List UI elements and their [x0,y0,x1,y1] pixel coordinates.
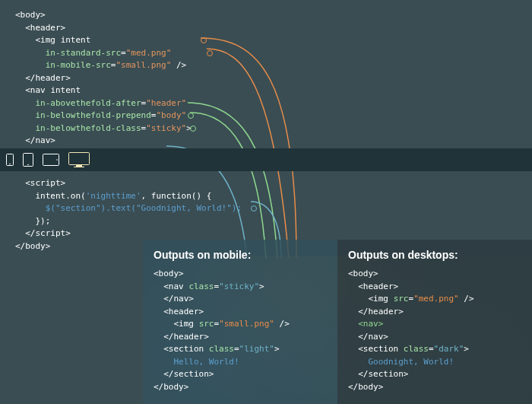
output-line: </section> [154,368,327,381]
output-desktop-code: <body> <header> <img src="med.png" /> </… [348,268,521,393]
output-line: </section> [348,368,521,381]
device-bar [0,148,532,171]
connection-marker [251,205,257,212]
svg-rect-7 [76,165,82,167]
code-line: intent.on('nighttime', function() { [15,190,532,203]
code-line: </header> [15,72,532,85]
output-line: Goodnight, World! [348,356,521,369]
tablet-portrait-icon [23,153,33,167]
svg-point-3 [27,164,29,166]
output-desktop-title: Outputs on desktops: [348,247,521,263]
code-line: in-standard-src="med.png" [15,47,532,60]
output-line: </body> [154,381,327,394]
code-line: in-belowthefold-prepend="body" [15,110,532,122]
code-line: in-belowthefold-class="sticky"> [15,122,532,135]
output-line: Hello, World! [154,356,327,369]
connection-marker [188,113,194,119]
code-line: in-abovethefold-after="header" [15,97,532,110]
svg-point-5 [56,159,58,161]
output-line: </header> [154,331,327,344]
desktop-icon [68,152,90,167]
tablet-landscape-icon [43,154,59,166]
code-line: $("section").text("Goodnight, World!"); [15,202,532,215]
phone-icon [6,154,14,166]
code-top-block: <body> <header> <img intent in-standard-… [0,0,532,148]
code-line: }); [15,215,532,228]
code-line: </nav> [15,135,532,148]
code-line: </script> [15,227,532,240]
output-line: <nav class="sticky"> [154,281,327,294]
output-line: <header> [154,306,327,319]
code-line: <nav intent [15,84,532,97]
connection-marker [190,126,196,132]
output-mobile: Outputs on mobile: <body> <nav class="st… [143,240,337,404]
svg-point-1 [9,164,11,165]
connection-marker [207,50,213,56]
output-line: <nav> [348,318,521,331]
output-desktop: Outputs on desktops: <body> <header> <im… [337,240,532,404]
code-line: <body> [15,9,532,22]
output-line: <body> [348,268,521,281]
code-line: <script> [15,177,532,190]
output-line: </body> [348,381,521,394]
code-line: <img intent [15,34,532,47]
output-line: <img src="med.png" /> [348,293,521,306]
output-line: <section class="light"> [154,343,327,356]
connection-marker [201,37,207,43]
output-line: <section class="dark"> [348,343,521,356]
output-mobile-title: Outputs on mobile: [154,247,327,263]
outputs-container: Outputs on mobile: <body> <nav class="st… [143,240,532,404]
svg-rect-8 [74,167,84,167]
output-line: </nav> [348,331,521,344]
output-line: <body> [154,268,327,281]
code-line: <header> [15,22,532,35]
svg-rect-6 [69,153,90,165]
code-line: in-mobile-src="small.png" /> [15,59,532,72]
output-line: </header> [348,306,521,319]
output-line: </nav> [154,293,327,306]
output-line: <img src="small.png" /> [154,318,327,331]
output-line: <header> [348,281,521,294]
output-mobile-code: <body> <nav class="sticky"> </nav> <head… [154,268,327,393]
